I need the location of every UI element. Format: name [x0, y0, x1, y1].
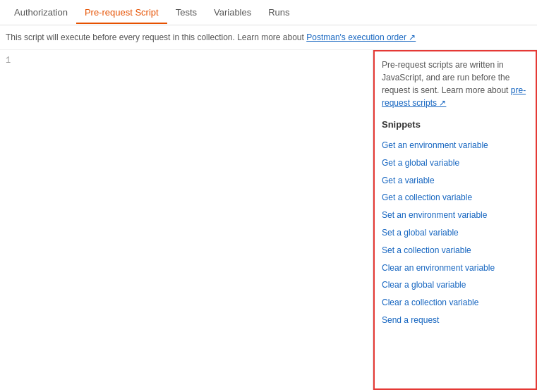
sidebar-intro-text: Pre-request scripts are written in JavaS…: [382, 60, 511, 95]
tab-tests[interactable]: Tests: [167, 1, 205, 23]
snippet-item-0[interactable]: Get an environment variable: [382, 137, 529, 154]
snippet-item-10[interactable]: Send a request: [382, 312, 529, 329]
line-number-1: 1: [6, 56, 11, 66]
snippets-list: Get an environment variableGet a global …: [382, 137, 529, 329]
main-content: 1 Pre-request scripts are written in Jav…: [0, 50, 537, 390]
snippets-title: Snippets: [382, 119, 529, 130]
snippets-sidebar: Pre-request scripts are written in JavaS…: [373, 50, 537, 390]
code-editor[interactable]: 1: [0, 50, 373, 390]
snippet-item-2[interactable]: Get a variable: [382, 172, 529, 190]
snippet-item-6[interactable]: Set a collection variable: [382, 242, 529, 259]
snippet-item-4[interactable]: Set an environment variable: [382, 207, 529, 224]
tab-variables[interactable]: Variables: [205, 1, 260, 23]
snippet-item-9[interactable]: Clear a collection variable: [382, 294, 529, 312]
postman-execution-order-link[interactable]: Postman's execution order ↗: [306, 32, 416, 42]
snippet-item-3[interactable]: Get a collection variable: [382, 189, 529, 207]
tabs-bar: Authorization Pre-request Script Tests V…: [0, 0, 537, 25]
snippet-item-8[interactable]: Clear a global variable: [382, 276, 529, 294]
tab-runs[interactable]: Runs: [260, 1, 298, 23]
description-text: This script will execute before every re…: [6, 32, 306, 42]
snippet-item-7[interactable]: Clear an environment variable: [382, 259, 529, 277]
tab-authorization[interactable]: Authorization: [6, 1, 76, 23]
snippet-item-5[interactable]: Set a global variable: [382, 224, 529, 242]
description-bar: This script will execute before every re…: [0, 25, 537, 50]
tab-pre-request-script[interactable]: Pre-request Script: [76, 1, 167, 23]
sidebar-description: Pre-request scripts are written in JavaS…: [382, 59, 529, 109]
snippet-item-1[interactable]: Get a global variable: [382, 154, 529, 172]
